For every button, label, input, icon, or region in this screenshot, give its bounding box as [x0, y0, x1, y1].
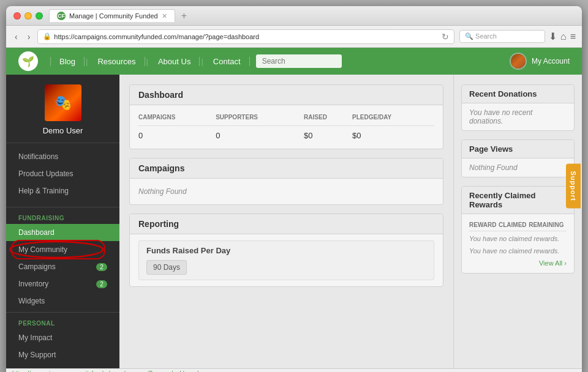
campaigns-card: Campaigns Nothing Found: [129, 158, 443, 205]
user-avatar: [45, 84, 81, 121]
col-reward: Reward: [469, 219, 499, 231]
col-raised: Raised: [304, 111, 352, 126]
tab-close-icon[interactable]: ✕: [162, 12, 167, 20]
nav-blog[interactable]: Blog: [50, 57, 85, 66]
page-views-header: Page Views: [462, 140, 574, 158]
dashboard-card-header: Dashboard: [130, 85, 443, 105]
status-bar: https://campaigns.communityfunded.com/ma…: [6, 368, 582, 372]
sidebar-item-my-impact[interactable]: My Impact: [6, 329, 119, 346]
reporting-card-body: Funds Raised Per Day 90 Days: [130, 234, 443, 286]
home-icon[interactable]: ⌂: [560, 31, 567, 42]
stat-raised: $0: [304, 126, 352, 143]
stat-campaigns: 0: [138, 126, 216, 143]
user-avatar-image: [45, 84, 81, 121]
page-views-empty: Nothing Found: [469, 163, 567, 172]
logo-icon: 🌱: [18, 51, 38, 71]
campaigns-card-header: Campaigns: [130, 158, 443, 179]
tab-title: Manage | Community Funded: [69, 12, 158, 20]
col-supporters: Supporters: [216, 111, 304, 126]
view-all-button[interactable]: View All ›: [539, 259, 567, 267]
rewards-header: Recently Claimed Rewards: [462, 187, 574, 214]
dashboard-card-body: Campaigns Supporters Raised Pledge/Day 0: [130, 105, 443, 149]
browser-actions: 🔍 Search ⬇ ⌂ ≡: [459, 30, 576, 43]
days-selector[interactable]: 90 Days: [146, 260, 187, 275]
rewards-row-2: You have no claimed rewards.: [469, 244, 567, 256]
nav-contact[interactable]: Contact: [205, 57, 250, 66]
maximize-button[interactable]: [36, 12, 43, 20]
sidebar-divider-1: [6, 207, 119, 207]
reporting-card-header: Reporting: [130, 214, 443, 234]
recent-donations-body: You have no recent donations.: [462, 103, 574, 130]
rewards-card: Recently Claimed Rewards Reward Claimed …: [461, 186, 575, 273]
user-profile: Demo User: [6, 75, 119, 143]
reload-button[interactable]: ↻: [442, 32, 449, 42]
funds-section: Funds Raised Per Day 90 Days: [138, 240, 434, 280]
campaigns-empty-text: Nothing Found: [138, 185, 434, 198]
col-claimed: Claimed: [499, 219, 529, 231]
download-icon[interactable]: ⬇: [549, 31, 557, 42]
main-layout: Demo User Notifications Product Updates …: [6, 75, 582, 368]
sidebar-item-my-profile[interactable]: My Profile: [6, 363, 119, 368]
back-button[interactable]: ‹: [12, 31, 20, 43]
nav-resources[interactable]: Resources: [89, 57, 145, 66]
main-content-wrapper: Dashboard Campaigns Supporters Raised Pl…: [119, 75, 582, 368]
close-button[interactable]: [13, 12, 21, 20]
sidebar-item-my-community[interactable]: My Community: [6, 241, 119, 258]
lock-icon: 🔒: [43, 32, 51, 40]
site-logo[interactable]: 🌱: [18, 51, 38, 71]
page-views-body: Nothing Found: [462, 158, 574, 177]
menu-icon[interactable]: ≡: [570, 31, 576, 42]
avatar-image: [511, 54, 526, 69]
traffic-lights: [13, 12, 43, 20]
rewards-body: Reward Claimed Remaining You have no cla…: [462, 214, 574, 273]
tab-bar: CF Manage | Community Funded ✕ +: [49, 9, 575, 22]
page-views-card: Page Views Nothing Found: [461, 140, 575, 177]
col-campaigns: Campaigns: [138, 111, 216, 126]
recent-donations-card: Recent Donations You have no recent dona…: [461, 84, 575, 131]
right-panel: Recent Donations You have no recent dona…: [453, 75, 582, 368]
support-tab[interactable]: Support: [566, 163, 581, 208]
browser-search[interactable]: 🔍 Search: [459, 30, 545, 43]
my-account[interactable]: My Account: [510, 53, 570, 70]
website-content: 🌱 Blog | Resources | About Us | Contact …: [6, 48, 582, 372]
section-label-personal: PERSONAL: [6, 315, 119, 329]
rewards-row-1: You have no claimed rewards.: [469, 231, 567, 244]
sidebar-fundraising-section: FUNDRAISING Dashboard My Community Campa…: [6, 210, 119, 310]
address-bar[interactable]: 🔒 https://campaigns.communityfunded.com/…: [37, 29, 454, 44]
top-navigation: 🌱 Blog | Resources | About Us | Contact …: [6, 48, 582, 75]
new-tab-button[interactable]: +: [178, 10, 190, 21]
reporting-card: Reporting Funds Raised Per Day 90 Days: [129, 214, 443, 287]
col-remaining: Remaining: [529, 219, 567, 231]
dashboard-card: Dashboard Campaigns Supporters Raised Pl…: [129, 84, 443, 149]
inventory-badge: 2: [96, 280, 107, 288]
sidebar-item-dashboard[interactable]: Dashboard: [6, 224, 119, 241]
sidebar-divider-2: [6, 312, 119, 313]
minimize-button[interactable]: [24, 12, 32, 20]
center-content: Dashboard Campaigns Supporters Raised Pl…: [119, 75, 453, 368]
sidebar: Demo User Notifications Product Updates …: [6, 75, 119, 368]
rewards-table: Reward Claimed Remaining: [469, 219, 567, 231]
sidebar-item-inventory[interactable]: Inventory 2: [6, 275, 119, 292]
sidebar-top-section: Notifications Product Updates Help & Tra…: [6, 143, 119, 204]
user-name: Demo User: [43, 126, 83, 135]
recent-donations-header: Recent Donations: [462, 85, 574, 103]
sidebar-item-campaigns[interactable]: Campaigns 2: [6, 258, 119, 275]
no-donations-text: You have no recent donations.: [469, 108, 567, 125]
sidebar-item-widgets[interactable]: Widgets: [6, 292, 119, 310]
nav-about[interactable]: About Us: [149, 57, 200, 66]
funds-label: Funds Raised Per Day: [146, 246, 426, 255]
stat-pledge: $0: [352, 126, 434, 143]
address-bar-row: ‹ › 🔒 https://campaigns.communityfunded.…: [6, 26, 582, 48]
url-text: https://campaigns.communityfunded.com/ma…: [54, 33, 259, 40]
sidebar-item-product-updates[interactable]: Product Updates: [6, 165, 119, 182]
sidebar-item-my-support[interactable]: My Support: [6, 346, 119, 363]
stat-supporters: 0: [216, 126, 304, 143]
account-avatar: [510, 53, 527, 70]
forward-button[interactable]: ›: [25, 31, 33, 43]
sidebar-item-notifications[interactable]: Notifications: [6, 148, 119, 165]
stats-table: Campaigns Supporters Raised Pledge/Day 0: [138, 111, 434, 143]
view-all-section: View All ›: [469, 256, 567, 268]
sidebar-item-help-training[interactable]: Help & Training: [6, 182, 119, 199]
nav-search-input[interactable]: [256, 54, 342, 68]
browser-tab[interactable]: CF Manage | Community Funded ✕: [49, 9, 175, 22]
